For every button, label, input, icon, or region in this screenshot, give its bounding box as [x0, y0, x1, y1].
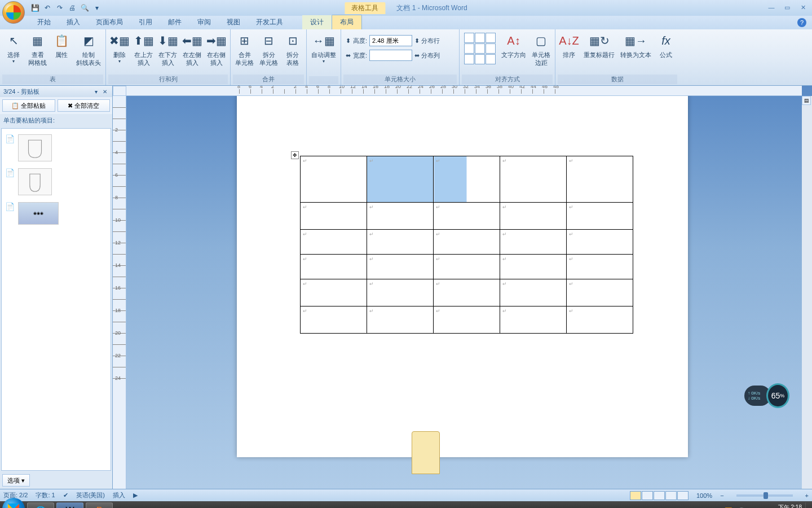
tab-mailings[interactable]: 邮件	[160, 15, 189, 29]
autoshape-rectangle[interactable]	[412, 431, 440, 474]
taskbar-app-word[interactable]: W	[56, 502, 83, 508]
formula-button[interactable]: fx公式	[655, 30, 677, 60]
merge-cells-button[interactable]: ⊞合并 单元格	[233, 30, 256, 68]
draw-diagonal-button[interactable]: ◩绘制 斜线表头	[74, 30, 103, 68]
tab-developer[interactable]: 开发工具	[248, 15, 291, 29]
language-indicator[interactable]: 英语(美国)	[76, 491, 105, 500]
word-count[interactable]: 字数: 1	[36, 491, 55, 500]
view-print-layout[interactable]	[630, 491, 641, 500]
qat-quickprint[interactable]: 🖨	[67, 2, 78, 14]
tab-insert[interactable]: 插入	[59, 15, 88, 29]
ribbon: ↖选择▾ ▦查看 网格线 📋属性 ◩绘制 斜线表头 表 ✖▦删除▾ ⬆▦在上方 …	[0, 29, 812, 86]
vertical-scrollbar[interactable]	[802, 96, 812, 489]
minimize-button[interactable]: —	[765, 2, 778, 12]
document-page[interactable]: ✥	[237, 96, 688, 457]
restore-button[interactable]: ▭	[780, 2, 794, 12]
qat-undo[interactable]: ↶	[42, 2, 53, 14]
align-tc[interactable]	[475, 33, 485, 43]
clipboard-toolbar: 📋全部粘贴 ✖全部清空	[0, 97, 112, 114]
zoom-in[interactable]: +	[805, 492, 809, 499]
document-table[interactable]	[300, 156, 633, 334]
tab-view[interactable]: 视图	[219, 15, 248, 29]
paste-all-button[interactable]: 📋全部粘贴	[2, 99, 55, 112]
cell-margins-button[interactable]: ▢单元格 边距	[529, 30, 553, 68]
split-table-button[interactable]: ⊡拆分 表格	[281, 30, 304, 68]
tab-review[interactable]: 审阅	[189, 15, 219, 29]
sort-button[interactable]: A↓Z排序	[558, 30, 580, 60]
tab-home[interactable]: 开始	[29, 15, 59, 29]
split-cells-button[interactable]: ⊟拆分 单元格	[257, 30, 280, 68]
insert-right-button[interactable]: ➡▦在右侧 插入	[205, 30, 228, 68]
clipboard-item[interactable]: 📄	[4, 131, 108, 165]
ruler-corner[interactable]	[113, 86, 126, 96]
clear-all-button[interactable]: ✖全部清空	[58, 99, 111, 112]
view-draft[interactable]	[677, 491, 689, 500]
properties-button[interactable]: 📋属性	[50, 30, 73, 60]
tab-pagelayout[interactable]: 页面布局	[88, 15, 131, 29]
tab-references[interactable]: 引用	[131, 15, 160, 29]
delete-button[interactable]: ✖▦删除▾	[108, 30, 131, 66]
view-gridlines-button[interactable]: ▦查看 网格线	[26, 30, 49, 68]
dist-cols-button[interactable]: ⬌ 分布列	[414, 51, 440, 60]
taskbar-clock[interactable]: 下午 2:18 2018/1/8 星期一	[761, 504, 802, 508]
select-button[interactable]: ↖选择▾	[2, 30, 25, 66]
clipboard-item[interactable]: 📄 ◉◉◉	[4, 199, 108, 228]
clipboard-dropdown[interactable]: ▾	[92, 87, 100, 95]
convert-text-button[interactable]: ▦→转换为文本	[618, 30, 654, 60]
horizontal-ruler[interactable]: 8642246810121416182022242628303234363840…	[126, 86, 802, 96]
taskbar-app-powerpoint[interactable]: P	[86, 502, 113, 508]
view-web[interactable]	[654, 491, 665, 500]
ribbon-tabs: 开始 插入 页面布局 引用 邮件 审阅 视图 开发工具 设计 布局 ?	[0, 16, 812, 29]
taskbar-app-browser[interactable]: 🌐	[27, 502, 54, 508]
autofit-button[interactable]: ↔▦自动调整▾	[309, 30, 338, 66]
qat-preview[interactable]: 🔍	[79, 2, 90, 14]
network-widget[interactable]: ↑ 0K/s ↓ 0K/s 65%	[744, 382, 789, 410]
view-outline[interactable]	[665, 491, 677, 500]
group-alignment: A↕文字方向 ▢单元格 边距 对齐方式	[460, 29, 555, 85]
align-bl[interactable]	[464, 54, 474, 64]
insert-below-button[interactable]: ⬇▦在下方 插入	[156, 30, 179, 68]
options-button[interactable]: 选项 ▾	[2, 474, 30, 487]
zoom-slider[interactable]	[736, 494, 793, 497]
align-mr[interactable]	[486, 43, 496, 54]
align-br[interactable]	[486, 54, 496, 64]
align-mc[interactable]	[475, 43, 485, 54]
clipboard-item[interactable]: 📄	[4, 165, 108, 199]
qat-redo[interactable]: ↷	[54, 2, 65, 14]
table-move-handle[interactable]: ✥	[291, 151, 299, 159]
height-input[interactable]	[369, 35, 412, 46]
clipboard-close[interactable]: ✕	[101, 87, 109, 95]
close-button[interactable]: ✕	[796, 2, 810, 12]
tab-table-layout[interactable]: 布局	[332, 15, 362, 29]
zoom-out[interactable]: −	[720, 492, 723, 499]
width-input[interactable]	[369, 50, 412, 61]
insert-left-icon: ⬅▦	[183, 32, 201, 50]
qat-more[interactable]: ▾	[91, 2, 103, 14]
align-bc[interactable]	[475, 54, 485, 64]
qat-save[interactable]: 💾	[29, 2, 41, 14]
tab-table-design[interactable]: 设计	[302, 15, 332, 29]
macro-icon[interactable]: ▶	[133, 492, 138, 499]
text-direction-button[interactable]: A↕文字方向	[499, 30, 528, 60]
zoom-level[interactable]: 100%	[696, 492, 712, 499]
insert-above-button[interactable]: ⬆▦在上方 插入	[132, 30, 155, 68]
ruler-toggle[interactable]: ▤	[802, 96, 811, 105]
help-icon[interactable]: ?	[797, 18, 806, 27]
word-icon: 📄	[5, 202, 15, 225]
properties-icon: 📋	[52, 32, 70, 50]
view-fullscreen[interactable]	[642, 491, 653, 500]
align-tl[interactable]	[464, 33, 474, 43]
align-tr[interactable]	[486, 33, 496, 43]
vertical-ruler[interactable]: 24681012141618202224	[113, 96, 126, 489]
align-ml[interactable]	[464, 43, 474, 54]
insert-mode[interactable]: 插入	[113, 491, 125, 500]
repeat-header-button[interactable]: ▦↻重复标题行	[581, 30, 617, 60]
dist-rows-button[interactable]: ⬍ 分布行	[414, 37, 440, 45]
spellcheck-icon[interactable]: ✔	[63, 492, 68, 499]
formula-icon: fx	[657, 32, 675, 50]
clipboard-thumb	[18, 134, 52, 161]
insert-left-button[interactable]: ⬅▦在左侧 插入	[180, 30, 204, 68]
show-desktop[interactable]	[805, 502, 810, 508]
contextual-tab-label: 表格工具	[345, 2, 385, 14]
office-button[interactable]	[2, 1, 25, 24]
